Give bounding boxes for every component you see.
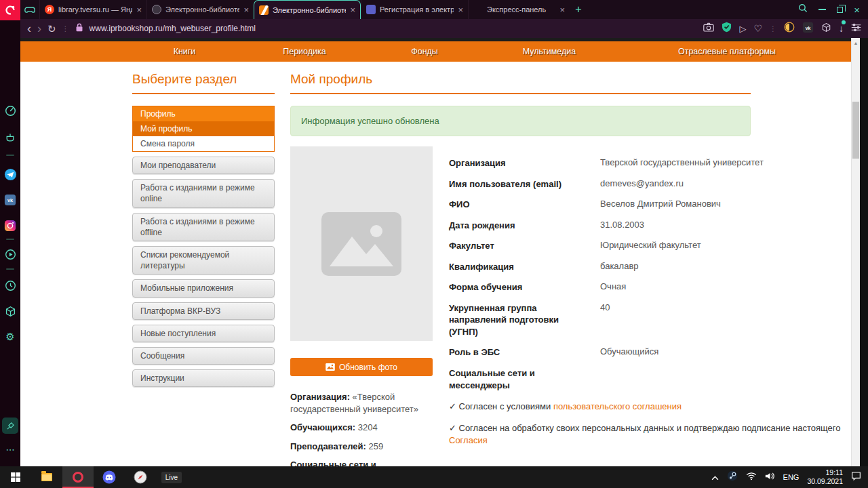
wallet-coin-icon[interactable] [784, 22, 795, 35]
nav-item-multimedia[interactable]: Мультимедиа [523, 41, 576, 62]
address-bar: ‹ › ↻ ⋮ www.iprbookshop.ru/mh_webuser_pr… [20, 19, 868, 38]
tab-speed-dial[interactable]: Экспресс-панель × [468, 0, 570, 19]
update-photo-button[interactable]: Обновить фото [290, 358, 433, 376]
sidebar-item-mobile-apps[interactable]: Мобильные приложения [132, 279, 275, 297]
telegram-icon[interactable] [0, 165, 20, 183]
sidebar-item-new-arrivals[interactable]: Новые поступления [132, 325, 275, 342]
tab-close-icon[interactable]: × [458, 5, 463, 14]
gx-gamepad-icon[interactable] [20, 0, 39, 19]
tab-close-icon[interactable]: × [559, 5, 565, 14]
browser-compass-button[interactable] [125, 466, 156, 488]
consent-link[interactable]: Согласия [449, 435, 488, 445]
user-agreement-link[interactable]: пользовательского соглашения [553, 401, 682, 411]
system-tray: ENG 19:11 30.09.2021 [711, 468, 868, 486]
pinboards-icon[interactable] [2, 418, 18, 434]
field-value: Тверской государственный университет [600, 157, 764, 169]
ssl-lock-icon[interactable] [75, 22, 83, 35]
sidebar-item-change-password[interactable]: Смена пароля [133, 136, 274, 151]
refresh-icon[interactable]: ↻ [47, 24, 56, 34]
field-label: Организация [449, 157, 564, 169]
tab-yandex-search[interactable]: Я library.tversu.ru — Яндекс × [39, 0, 146, 19]
steam-tray-icon[interactable] [727, 470, 738, 484]
agreement-terms: ✓ Согласен с условиями пользовательского… [449, 401, 860, 413]
discord-button[interactable] [94, 466, 125, 488]
download-badge [842, 20, 846, 24]
svg-text:vk: vk [806, 25, 811, 30]
sidebar-item-vkr-platform[interactable]: Платформа ВКР-ВУЗ [132, 302, 275, 320]
protect-shield-icon[interactable] [722, 22, 732, 35]
history-clock-icon[interactable] [0, 277, 20, 294]
back-icon[interactable]: ‹ [27, 22, 31, 35]
sidebar-cube-icon[interactable] [821, 22, 831, 35]
window-restore-button[interactable] [837, 7, 843, 13]
live-app-button[interactable]: Live [156, 466, 187, 488]
field-value: Юридический факультет [600, 240, 701, 252]
sidebar-item-online-work[interactable]: Работа с изданиями в режиме online [132, 179, 275, 207]
update-photo-label: Обновить фото [339, 363, 397, 372]
photo-icon [326, 363, 335, 371]
tab-title: Электронно-библиотечна [273, 6, 346, 14]
sidebar-item-offline-work[interactable]: Работа с изданиями в режиме offline [132, 213, 275, 241]
field-row-social: Социальные сети и мессенджеры [449, 367, 860, 391]
gx-control-speedometer-icon[interactable] [0, 102, 20, 119]
field-label: Укрупненная группа направлений подготовк… [449, 302, 564, 338]
vk-icon[interactable]: vk [0, 191, 20, 209]
bookmark-heart-icon[interactable]: ♡ [753, 23, 762, 34]
nav-item-platforms[interactable]: Отраслевые платформы [678, 41, 776, 62]
tab-close-icon[interactable]: × [136, 5, 142, 14]
file-explorer-button[interactable] [31, 466, 62, 488]
registration-favicon [366, 5, 376, 14]
share-send-icon[interactable]: ▷ [739, 24, 746, 34]
settings-gear-icon[interactable]: ⚙ [0, 328, 20, 346]
wifi-icon[interactable] [746, 471, 757, 483]
field-row-qualification: Квалификация бакалавр [449, 261, 860, 273]
extensions-cube-icon[interactable] [0, 302, 20, 320]
section-sidebar: Выберите раздел Профиль Мой профиль Смен… [132, 72, 275, 387]
vk-extension-icon[interactable]: vk [802, 22, 814, 36]
action-center-icon[interactable] [851, 471, 861, 483]
tab-close-icon[interactable]: × [350, 5, 355, 14]
player-icon[interactable] [0, 245, 20, 263]
window-close-button[interactable]: × [854, 5, 860, 15]
instagram-icon[interactable] [0, 217, 20, 235]
forward-icon[interactable]: › [37, 22, 41, 35]
tray-chevron-up-icon[interactable] [711, 471, 719, 483]
nav-item-periodicals[interactable]: Периодика [283, 41, 326, 62]
sidebar-item-reading-lists[interactable]: Списки рекомендуемой литературы [132, 246, 275, 274]
scrollbar-up-arrow[interactable]: ▲ [852, 38, 860, 47]
new-tab-button[interactable]: + [570, 0, 587, 19]
sidebar-item-profile[interactable]: Профиль [133, 106, 274, 121]
nav-item-books[interactable]: Книги [174, 41, 196, 62]
volume-speaker-icon[interactable] [765, 471, 775, 483]
taskbar-clock[interactable]: 19:11 30.09.2021 [807, 468, 843, 486]
tab-iprbookshop-active[interactable]: Электронно-библиотечна × [254, 0, 361, 19]
sidebar-item-my-teachers[interactable]: Мои преподаватели [132, 157, 275, 174]
url-text[interactable]: www.iprbookshop.ru/mh_webuser_profile.ht… [90, 24, 256, 33]
field-row-birth-date: Дата рождения 31.08.2003 [449, 220, 860, 232]
downloads-icon[interactable]: ↓ [839, 22, 844, 35]
teachers-value: 259 [369, 441, 384, 451]
rail-divider [6, 155, 14, 156]
field-row-full-name: ФИО Веселов Дмитрий Романович [449, 199, 860, 211]
window-minimize-button[interactable] [818, 9, 826, 10]
tab-registration[interactable]: Регистрация в электронн × [361, 0, 468, 19]
page-scrollbar[interactable]: ▲ [851, 38, 860, 466]
nav-item-funds[interactable]: Фонды [411, 41, 438, 62]
screenshot-camera-icon[interactable] [703, 22, 714, 35]
tune-sliders-icon[interactable] [851, 22, 861, 35]
rail-more-menu-icon[interactable]: ⋯ [0, 441, 20, 458]
tab-library-site[interactable]: Электронно-библиотечн × [146, 0, 254, 19]
opera-taskbar-button[interactable] [62, 466, 94, 488]
scrollbar-thumb[interactable] [852, 102, 859, 159]
tab-search-icon[interactable] [798, 3, 808, 16]
browser-side-rail: vk ⚙ ⋯ [0, 0, 20, 466]
start-button[interactable] [0, 466, 31, 488]
sidebar-item-my-profile[interactable]: Мой профиль [133, 121, 274, 136]
rail-divider [6, 268, 14, 270]
sidebar-item-instructions[interactable]: Инструкции [132, 369, 275, 387]
opera-gx-logo-icon[interactable] [0, 0, 20, 20]
sidebar-item-messages[interactable]: Сообщения [132, 347, 275, 365]
gx-cleaner-broom-icon[interactable] [0, 129, 20, 146]
tab-close-icon[interactable]: × [243, 5, 249, 14]
language-indicator[interactable]: ENG [783, 473, 800, 481]
